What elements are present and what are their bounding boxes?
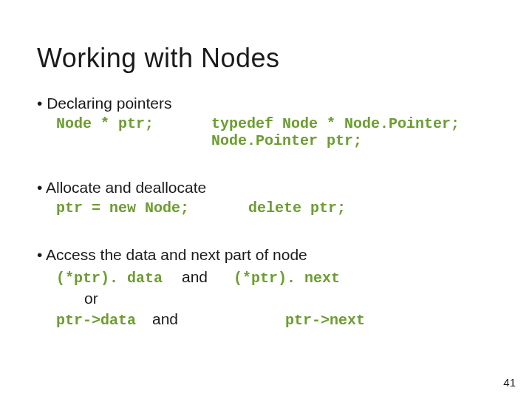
word-and-2: and	[152, 309, 285, 330]
bullet-allocate: • Allocate and deallocate	[37, 179, 495, 197]
bullet-declaring: • Declaring pointers	[37, 95, 495, 112]
code-acc1-right: (*ptr). next	[233, 268, 340, 288]
code-decl-right-2: Node.Pointer ptr;	[211, 132, 495, 149]
slide-title: Working with Nodes	[37, 43, 495, 74]
alloc-right-col: delete ptr;	[248, 200, 346, 216]
code-alloc-right: delete ptr;	[248, 200, 346, 216]
bullet-access: • Access the data and next part of node	[37, 246, 495, 264]
word-or: or	[84, 288, 98, 309]
decl-left-col: Node * ptr;	[56, 115, 211, 132]
code-alloc-left: ptr = new Node;	[56, 200, 248, 216]
access-line-2: ptr->data and ptr->next	[56, 309, 495, 330]
page-number: 41	[503, 376, 516, 389]
access-block: (*ptr). data and (*ptr). next or ptr->da…	[56, 267, 495, 330]
code-decl-left: Node * ptr;	[56, 115, 211, 132]
allocate-code-group: ptr = new Node; delete ptr;	[56, 200, 495, 216]
access-line-1: (*ptr). data and (*ptr). next	[56, 267, 495, 288]
code-acc2-left: ptr->data	[56, 310, 152, 330]
code-acc2-right: ptr->next	[285, 310, 365, 330]
code-decl-right-1: typedef Node * Node.Pointer;	[211, 115, 495, 132]
decl-right-col: typedef Node * Node.Pointer; Node.Pointe…	[211, 115, 495, 149]
declaring-code-group: Node * ptr; typedef Node * Node.Pointer;…	[56, 115, 495, 149]
code-acc1-left: (*ptr). data	[56, 268, 182, 288]
slide: Working with Nodes • Declaring pointers …	[0, 0, 532, 399]
alloc-left-col: ptr = new Node;	[56, 200, 248, 216]
access-line-or: or	[56, 288, 495, 309]
word-and-1: and	[182, 267, 233, 287]
